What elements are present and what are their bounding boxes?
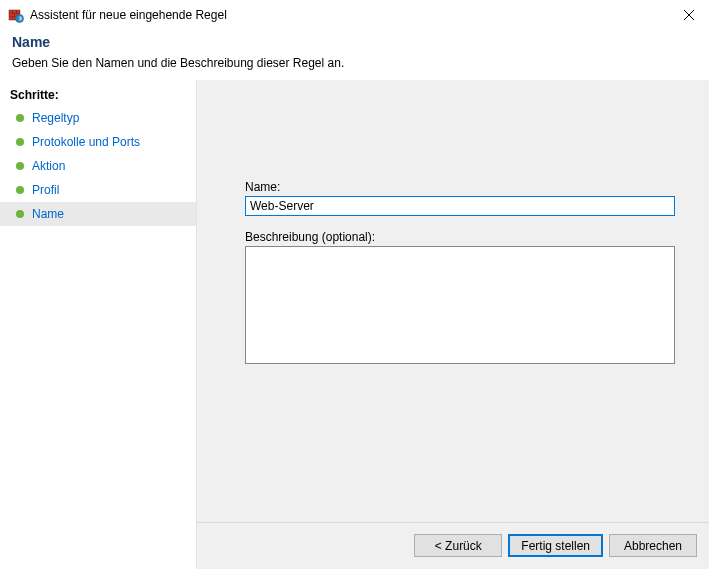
firewall-icon (8, 7, 24, 23)
close-button[interactable] (669, 0, 709, 30)
step-aktion[interactable]: Aktion (0, 154, 196, 178)
steps-sidebar: Schritte: Regeltyp Protokolle und Ports … (0, 80, 196, 569)
step-label: Profil (32, 182, 59, 198)
page-heading: Name (12, 34, 697, 50)
step-bullet-icon (16, 138, 24, 146)
cancel-button[interactable]: Abbrechen (609, 534, 697, 557)
step-label: Name (32, 206, 64, 222)
main-panel: Name: Beschreibung (optional): < Zurück … (196, 80, 709, 569)
wizard-buttons: < Zurück Fertig stellen Abbrechen (414, 534, 697, 557)
step-bullet-icon (16, 210, 24, 218)
step-bullet-icon (16, 114, 24, 122)
back-button[interactable]: < Zurück (414, 534, 502, 557)
step-bullet-icon (16, 186, 24, 194)
wizard-header: Name Geben Sie den Namen und die Beschre… (0, 30, 709, 80)
window-title: Assistent für neue eingehende Regel (30, 8, 227, 22)
steps-heading: Schritte: (0, 86, 196, 106)
step-bullet-icon (16, 162, 24, 170)
step-regeltyp[interactable]: Regeltyp (0, 106, 196, 130)
step-protokolle-ports[interactable]: Protokolle und Ports (0, 130, 196, 154)
name-input[interactable] (245, 196, 675, 216)
description-input[interactable] (245, 246, 675, 364)
name-label: Name: (245, 180, 681, 194)
description-label: Beschreibung (optional): (245, 230, 681, 244)
step-label: Aktion (32, 158, 65, 174)
button-divider (197, 522, 709, 523)
titlebar: Assistent für neue eingehende Regel (0, 0, 709, 30)
finish-button[interactable]: Fertig stellen (508, 534, 603, 557)
step-profil[interactable]: Profil (0, 178, 196, 202)
page-subtitle: Geben Sie den Namen und die Beschreibung… (12, 56, 697, 70)
step-label: Regeltyp (32, 110, 79, 126)
step-label: Protokolle und Ports (32, 134, 140, 150)
step-name[interactable]: Name (0, 202, 196, 226)
close-icon (684, 10, 694, 20)
